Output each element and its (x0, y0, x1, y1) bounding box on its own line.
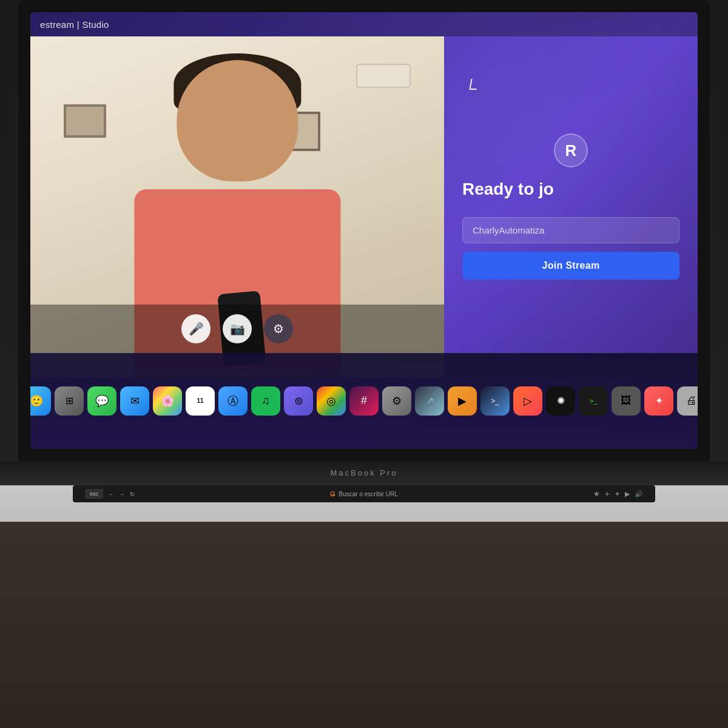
app-title: estream | Studio (40, 19, 109, 30)
controls-bar: 🎤 📷 ⚙ (30, 305, 444, 353)
brand-logo: R (554, 133, 588, 167)
touchbar-media-controls[interactable]: ✦ ▶ 🔊 (615, 490, 643, 498)
pricetag-icon: ✺ (557, 395, 565, 406)
prompt-icon: >_ (491, 397, 499, 405)
terminal-icon: >_ (590, 397, 598, 405)
mic-button[interactable]: 🎤 (181, 314, 211, 343)
reeder-icon: ▷ (524, 394, 532, 408)
screen-display: estream | Studio (30, 12, 698, 449)
sysprefs-icon: ⚙ (392, 394, 402, 408)
dock-item-printer[interactable]: 🖨 (677, 386, 698, 416)
dock-item-raycast[interactable]: ✦ (644, 386, 673, 416)
camera-icon: 📷 (230, 322, 245, 336)
dock-item-mail[interactable]: ✉ (120, 386, 149, 416)
raycast-icon: ✦ (655, 395, 663, 406)
dock-item-prompt[interactable]: >_ (480, 386, 510, 416)
dock-item-reeder[interactable]: ▷ (513, 386, 542, 416)
screen-bezel: estream | Studio (18, 0, 710, 461)
dock-item-messages[interactable]: 💬 (87, 386, 116, 416)
chrome-icon: ◎ (326, 394, 336, 408)
messages-icon: 💬 (95, 394, 109, 408)
craft-icon: ⊚ (294, 394, 303, 408)
macbook-label: MacBook Pro (0, 461, 728, 477)
settings-button[interactable]: ⚙ (264, 314, 293, 343)
dock-item-nord[interactable]: ↗ (415, 386, 444, 416)
google-icon: G (330, 490, 335, 497)
app-titlebar: estream | Studio (30, 12, 698, 36)
dock-item-appstore[interactable]: Ⓐ (218, 386, 248, 416)
mail-icon: ✉ (130, 394, 140, 408)
dock-item-photos[interactable]: 🌸 (153, 386, 182, 416)
photos-icon: 🌸 (161, 394, 174, 408)
right-panel: R Ready to jo Join Stream (444, 36, 698, 377)
forward-arrow[interactable]: → (119, 491, 125, 497)
person-head (177, 60, 298, 181)
brightness-icon[interactable]: ✦ (615, 490, 620, 498)
dock-item-calendar[interactable]: 11 (186, 386, 215, 416)
dock-item-chrome[interactable]: ◎ (317, 386, 346, 416)
back-arrow[interactable]: ← (108, 491, 114, 497)
dock-item-launchpad[interactable]: ⊞ (55, 386, 84, 416)
dock-item-slack[interactable]: # (349, 386, 379, 416)
touchbar-url-bar[interactable]: G Buscar o escribir URL (140, 490, 588, 497)
macbook-body: estream | Studio (0, 0, 728, 528)
join-stream-button[interactable]: Join Stream (462, 252, 679, 280)
add-tab-icon[interactable]: + (605, 489, 610, 499)
settings-icon: ⚙ (273, 322, 284, 336)
esc-key[interactable]: esc (85, 489, 103, 499)
dock-item-keynote[interactable]: ▶ (448, 386, 477, 416)
launchpad-icon: ⊞ (66, 395, 73, 406)
finder-icon: 🙂 (30, 394, 43, 408)
camera-button[interactable]: 📷 (223, 314, 252, 343)
touch-bar[interactable]: esc ← → ↻ G Buscar o escribir URL ★ + ✦ … (73, 485, 655, 502)
mic-icon: 🎤 (189, 322, 204, 336)
printer-icon: 🖨 (686, 394, 697, 407)
dock-item-sysprefs[interactable]: ⚙ (382, 386, 411, 416)
macbook-chin: MacBook Pro (0, 461, 728, 485)
appstore-icon: Ⓐ (228, 394, 238, 408)
dock-item-terminal[interactable]: >_ (579, 386, 608, 416)
dock-item-preview[interactable]: 🖼 (612, 386, 641, 416)
reload-btn[interactable]: ↻ (130, 491, 135, 497)
dock-item-finder[interactable]: 🙂 (30, 386, 51, 416)
desk-surface (0, 522, 728, 728)
calendar-icon: 11 (197, 397, 203, 404)
dock-item-pricetag[interactable]: ✺ (546, 386, 575, 416)
volume-icon[interactable]: ▶ (625, 490, 630, 498)
bookmark-icon[interactable]: ★ (593, 490, 600, 498)
dock-item-craft[interactable]: ⊚ (284, 386, 313, 416)
spotify-icon: ♫ (261, 394, 270, 407)
preview-icon: 🖼 (621, 394, 632, 407)
ready-title: Ready to jo (462, 180, 679, 199)
macos-dock: 🙂 ⊞ 💬 ✉ 🌸 11 Ⓐ (30, 353, 698, 449)
keynote-icon: ▶ (458, 394, 467, 408)
nord-icon: ↗ (426, 395, 434, 406)
mute-icon[interactable]: 🔊 (635, 490, 643, 498)
brand-logo-letter: R (565, 141, 577, 160)
dock-item-spotify[interactable]: ♫ (251, 386, 280, 416)
slack-icon: # (361, 394, 367, 407)
username-input[interactable] (462, 217, 679, 243)
url-text: Buscar o escribir URL (339, 491, 398, 497)
